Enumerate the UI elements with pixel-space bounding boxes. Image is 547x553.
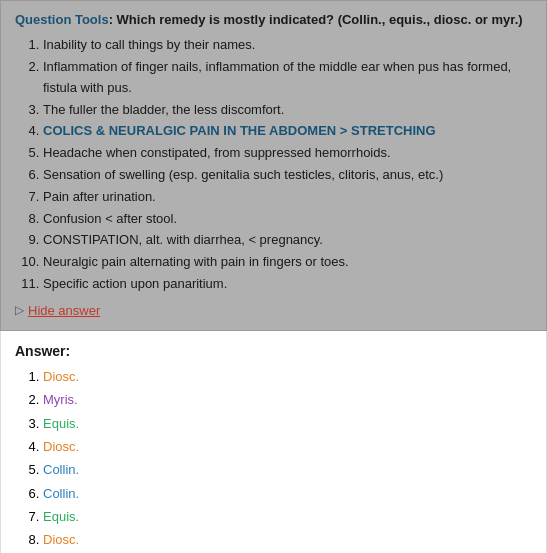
question-section: Question Tools: Which remedy is mostly i…: [0, 0, 547, 331]
hide-answer-row: ▷ Hide answer: [15, 303, 532, 318]
question-list-item: Confusion < after stool.: [43, 209, 532, 230]
answer-list-item: Equis.: [43, 505, 532, 528]
answer-list-item: Diosc.: [43, 435, 532, 458]
question-list-item: Inflammation of finger nails, inflammati…: [43, 57, 532, 99]
question-list-item: The fuller the bladder, the less discomf…: [43, 100, 532, 121]
answer-title: Answer:: [15, 343, 532, 359]
question-list-item: Neuralgic pain alternating with pain in …: [43, 252, 532, 273]
question-list-item: Inability to call things by their names.: [43, 35, 532, 56]
question-title: Question Tools: Which remedy is mostly i…: [15, 11, 532, 29]
answer-list-item: Myris.: [43, 388, 532, 411]
answer-list-item: Collin.: [43, 482, 532, 505]
answer-list-item: Equis.: [43, 412, 532, 435]
question-list-item: Sensation of swelling (esp. genitalia su…: [43, 165, 532, 186]
question-list-item: COLICS & NEURALGIC PAIN IN THE ABDOMEN >…: [43, 121, 532, 142]
question-list-item: CONSTIPATION, alt. with diarrhea, < preg…: [43, 230, 532, 251]
answer-list: Diosc.Myris.Equis.Diosc.Collin.Collin.Eq…: [15, 365, 532, 553]
question-list-item: Pain after urination.: [43, 187, 532, 208]
question-list: Inability to call things by their names.…: [15, 35, 532, 295]
answer-section: Answer: Diosc.Myris.Equis.Diosc.Collin.C…: [0, 331, 547, 553]
question-list-item: Headache when constipated, from suppress…: [43, 143, 532, 164]
question-tools-link[interactable]: Question Tools: [15, 12, 109, 27]
hide-answer-link[interactable]: Hide answer: [28, 303, 100, 318]
answer-list-item: Collin.: [43, 458, 532, 481]
answer-list-item: Diosc.: [43, 365, 532, 388]
answer-list-item: Diosc.: [43, 528, 532, 551]
hide-icon: ▷: [15, 303, 24, 317]
question-list-item: Specific action upon panaritium.: [43, 274, 532, 295]
